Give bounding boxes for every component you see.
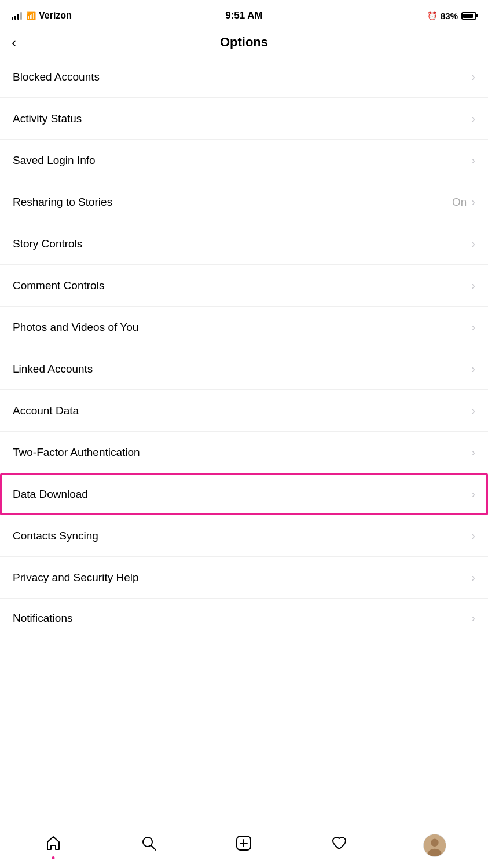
battery-icon (461, 12, 476, 20)
menu-item-left-9: Two-Factor Authentication (13, 446, 471, 459)
menu-item-photos-and-videos-of-you[interactable]: Photos and Videos of You› (0, 307, 488, 348)
menu-item-left-5: Comment Controls (13, 279, 471, 292)
home-icon (45, 835, 61, 855)
menu-item-right-0: › (471, 70, 475, 83)
menu-item-blocked-accounts[interactable]: Blocked Accounts› (0, 56, 488, 98)
nav-add[interactable] (226, 828, 261, 863)
add-icon (236, 835, 252, 855)
menu-item-label-11: Contacts Syncing (13, 530, 98, 542)
nav-search[interactable] (131, 828, 166, 863)
home-active-dot (52, 856, 55, 859)
menu-item-label-5: Comment Controls (13, 279, 104, 292)
menu-item-left-2: Saved Login Info (13, 154, 471, 167)
menu-item-label-2: Saved Login Info (13, 154, 96, 167)
menu-item-data-download[interactable]: Data Download› (0, 473, 488, 515)
menu-item-label-10: Data Download (13, 488, 88, 501)
search-icon (141, 835, 157, 855)
menu-item-right-3: On› (452, 195, 475, 209)
page-title: Options (220, 35, 268, 50)
menu-item-left-10: Data Download (13, 488, 471, 501)
svg-line-1 (151, 845, 156, 850)
menu-item-label-12: Privacy and Security Help (13, 571, 139, 584)
wifi-icon: 📶 (26, 11, 36, 20)
menu-item-value-3: On (452, 196, 467, 209)
chevron-right-icon-6: › (471, 320, 475, 334)
menu-item-left-6: Photos and Videos of You (13, 321, 471, 334)
status-left: 📶 Verizon (12, 10, 72, 21)
chevron-right-icon-10: › (471, 487, 475, 501)
menu-item-linked-accounts[interactable]: Linked Accounts› (0, 348, 488, 390)
menu-item-left-0: Blocked Accounts (13, 71, 471, 83)
menu-item-label-0: Blocked Accounts (13, 71, 100, 83)
chevron-right-icon-11: › (471, 529, 475, 542)
chevron-right-icon-4: › (471, 237, 475, 250)
signal-bars-icon (12, 12, 22, 20)
chevron-right-icon-12: › (471, 571, 475, 584)
carrier-name: Verizon (39, 10, 72, 21)
chevron-right-icon-3: › (471, 195, 475, 209)
menu-item-activity-status[interactable]: Activity Status› (0, 98, 488, 140)
menu-item-left-11: Contacts Syncing (13, 530, 471, 542)
menu-item-label-4: Story Controls (13, 238, 82, 250)
chevron-right-icon-2: › (471, 154, 475, 167)
menu-item-left-3: Resharing to Stories (13, 196, 452, 209)
back-button[interactable]: ‹ (12, 35, 17, 50)
menu-item-right-9: › (471, 446, 475, 459)
menu-item-story-controls[interactable]: Story Controls› (0, 223, 488, 265)
nav-heart[interactable] (322, 828, 357, 863)
menu-item-right-11: › (471, 529, 475, 542)
chevron-right-icon-0: › (471, 70, 475, 83)
chevron-right-icon-8: › (471, 404, 475, 417)
chevron-right-icon-9: › (471, 446, 475, 459)
menu-item-right-8: › (471, 404, 475, 417)
menu-item-right-2: › (471, 154, 475, 167)
menu-item-saved-login-info[interactable]: Saved Login Info› (0, 140, 488, 181)
menu-item-right-13: › (471, 611, 475, 625)
menu-list: Blocked Accounts›Activity Status›Saved L… (0, 56, 488, 637)
menu-item-two-factor-authentication[interactable]: Two-Factor Authentication› (0, 432, 488, 473)
menu-item-right-4: › (471, 237, 475, 250)
menu-item-right-5: › (471, 279, 475, 292)
alarm-icon: ⏰ (427, 11, 437, 20)
menu-item-label-8: Account Data (13, 404, 79, 417)
menu-item-contacts-syncing[interactable]: Contacts Syncing› (0, 515, 488, 557)
menu-item-label-9: Two-Factor Authentication (13, 446, 140, 459)
menu-item-left-7: Linked Accounts (13, 363, 471, 375)
menu-item-right-12: › (471, 571, 475, 584)
nav-profile[interactable] (417, 828, 452, 863)
status-time: 9:51 AM (225, 10, 263, 21)
chevron-right-icon-5: › (471, 279, 475, 292)
menu-item-label-6: Photos and Videos of You (13, 321, 138, 334)
heart-icon (331, 835, 347, 855)
status-bar: 📶 Verizon 9:51 AM ⏰ 83% (0, 0, 488, 29)
avatar (423, 834, 446, 857)
chevron-right-icon-13: › (471, 611, 475, 625)
chevron-right-icon-1: › (471, 112, 475, 125)
menu-item-comment-controls[interactable]: Comment Controls› (0, 265, 488, 307)
menu-item-right-1: › (471, 112, 475, 125)
menu-item-left-8: Account Data (13, 404, 471, 417)
menu-item-right-7: › (471, 362, 475, 375)
menu-item-privacy-and-security-help[interactable]: Privacy and Security Help› (0, 557, 488, 599)
svg-point-6 (431, 838, 438, 846)
menu-item-account-data[interactable]: Account Data› (0, 390, 488, 432)
menu-item-left-1: Activity Status (13, 112, 471, 125)
battery-percent: 83% (441, 11, 458, 21)
content-area: Blocked Accounts›Activity Status›Saved L… (0, 56, 488, 684)
menu-item-label-7: Linked Accounts (13, 363, 93, 375)
menu-item-label-13: Notifications (13, 612, 73, 625)
menu-item-label-1: Activity Status (13, 112, 82, 125)
bottom-nav (0, 822, 488, 868)
menu-item-left-12: Privacy and Security Help (13, 571, 471, 584)
menu-item-resharing-to-stories[interactable]: Resharing to StoriesOn› (0, 181, 488, 223)
menu-item-right-10: › (471, 487, 475, 501)
nav-bar: ‹ Options (0, 29, 488, 56)
chevron-right-icon-7: › (471, 362, 475, 375)
menu-item-right-6: › (471, 320, 475, 334)
menu-item-label-3: Resharing to Stories (13, 196, 112, 209)
menu-item-left-13: Notifications (13, 612, 471, 625)
nav-home[interactable] (36, 828, 71, 863)
menu-item-left-4: Story Controls (13, 238, 471, 250)
status-right: ⏰ 83% (427, 11, 476, 21)
menu-item-notifications[interactable]: Notifications› (0, 599, 488, 637)
